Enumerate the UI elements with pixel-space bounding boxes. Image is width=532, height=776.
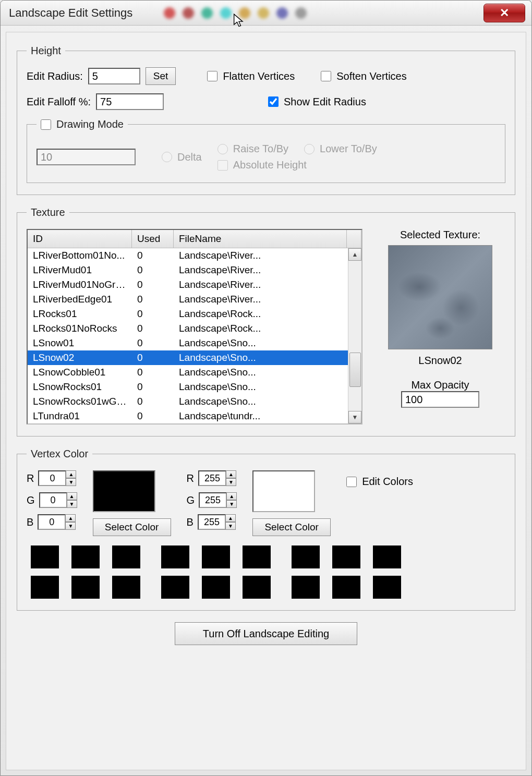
height-group: Height Edit Radius: Set Flatten Vertices…	[17, 45, 515, 195]
edit-colors-checkbox[interactable]: Edit Colors	[346, 476, 413, 488]
titlebar: Landscape Edit Settings ✕	[1, 1, 531, 26]
table-row[interactable]: LRocks010Landscape\Rock...	[28, 307, 361, 321]
color2-swatch	[252, 470, 315, 512]
table-row[interactable]: LSnowRocks01wGr...0Landscape\Sno...	[28, 394, 361, 409]
drawing-mode-checkbox-input[interactable]	[41, 119, 51, 130]
color1-g-spinner[interactable]: ▲▼	[39, 492, 77, 508]
palette-swatch[interactable]	[292, 545, 320, 568]
palette-swatch[interactable]	[373, 576, 401, 599]
edit-radius-label: Edit Radius:	[27, 70, 83, 82]
vertex-color-legend: Vertex Color	[27, 448, 92, 460]
selected-texture-label: Selected Texture:	[375, 229, 505, 241]
set-button[interactable]: Set	[146, 67, 176, 85]
table-row[interactable]: LRiverbedEdge010Landscape\River...	[28, 292, 361, 307]
table-row[interactable]: LRiverMud01NoGra...0Landscape\River...	[28, 277, 361, 292]
texture-side: Selected Texture: LSnow02 Max Opacity	[375, 229, 505, 425]
palette-swatch[interactable]	[71, 545, 100, 568]
turn-off-button[interactable]: Turn Off Landscape Editing	[175, 622, 357, 645]
col-used[interactable]: Used	[132, 230, 174, 248]
palette-swatch[interactable]	[31, 545, 59, 568]
select-color2-button[interactable]: Select Color	[252, 518, 331, 536]
palette-swatch[interactable]	[202, 576, 230, 599]
palette-swatch[interactable]	[112, 576, 140, 599]
color2-g-spinner[interactable]: ▲▼	[199, 492, 237, 508]
texture-legend: Texture	[27, 207, 69, 219]
table-row[interactable]: LSnow010Landscape\Sno...	[28, 336, 361, 350]
selected-texture-name: LSnow02	[375, 355, 505, 367]
palette-swatch[interactable]	[332, 545, 360, 568]
soften-checkbox[interactable]: Soften Vertices	[321, 70, 407, 82]
palette-swatch[interactable]	[202, 545, 230, 568]
palette-swatch[interactable]	[332, 576, 360, 599]
table-row[interactable]: LRiverBottom01No...0Landscape\River...	[28, 248, 361, 263]
lower-radio: Lower To/By	[304, 143, 377, 155]
scroll-thumb[interactable]	[349, 353, 361, 387]
select-color1-button[interactable]: Select Color	[93, 518, 171, 536]
color1-b-spinner[interactable]: ▲▼	[38, 514, 76, 530]
palette-swatch[interactable]	[71, 576, 100, 599]
texture-rows[interactable]: LRiverBottom01No...0Landscape\River...LR…	[28, 248, 361, 423]
scroll-down-icon[interactable]: ▼	[348, 411, 361, 423]
window: Landscape Edit Settings ✕ Height Edit Ra…	[0, 0, 532, 776]
falloff-label: Edit Falloff %:	[27, 96, 91, 108]
show-radius-checkbox-input[interactable]	[268, 96, 279, 107]
soften-checkbox-input[interactable]	[321, 71, 331, 81]
texture-preview	[388, 245, 492, 349]
window-title: Landscape Edit Settings	[9, 6, 132, 20]
titlebar-blur	[164, 7, 483, 19]
col-file[interactable]: FileName	[174, 230, 347, 248]
drawing-mode-checkbox[interactable]: Drawing Mode	[41, 118, 124, 130]
close-button[interactable]: ✕	[483, 4, 525, 22]
color2-column: R ▲▼ G ▲▼ B ▲▼	[187, 470, 237, 530]
vertex-color-group: Vertex Color R ▲▼ G ▲▼ B ▲▼ Select Color…	[17, 448, 515, 611]
texture-scrollbar[interactable]: ▲ ▼	[348, 248, 361, 423]
table-row[interactable]: LSnowRocks010Landscape\Sno...	[28, 380, 361, 394]
show-radius-checkbox[interactable]: Show Edit Radius	[268, 96, 366, 108]
scroll-up-icon[interactable]: ▲	[348, 248, 361, 261]
palette-row-1	[27, 545, 505, 568]
texture-group: Texture ID Used FileName LRiverBottom01N…	[17, 207, 515, 436]
palette-swatch[interactable]	[373, 545, 401, 568]
color1-swatch	[93, 470, 155, 512]
dialog-body: Height Edit Radius: Set Flatten Vertices…	[6, 32, 526, 770]
palette-row-2	[27, 576, 505, 599]
table-row[interactable]: LRiverMud010Landscape\River...	[28, 263, 361, 277]
raise-radio: Raise To/By	[217, 143, 288, 155]
drawing-mode-group: Drawing Mode Delta Raise To/By Lower To/…	[27, 118, 505, 183]
texture-list-header: ID Used FileName	[28, 230, 361, 248]
delta-radio: Delta	[162, 151, 202, 163]
close-icon: ✕	[500, 6, 509, 20]
color1-column: R ▲▼ G ▲▼ B ▲▼	[27, 470, 77, 530]
table-row[interactable]: LSnow020Landscape\Sno...	[28, 350, 361, 365]
height-legend: Height	[27, 45, 65, 57]
texture-list[interactable]: ID Used FileName LRiverBottom01No...0Lan…	[27, 229, 362, 425]
color2-b-spinner[interactable]: ▲▼	[198, 514, 236, 530]
palette-swatch[interactable]	[161, 545, 189, 568]
palette-swatch[interactable]	[243, 545, 271, 568]
table-row[interactable]: LTundra010Landscape\tundr...	[28, 409, 361, 423]
flatten-checkbox[interactable]: Flatten Vertices	[207, 70, 295, 82]
flatten-checkbox-input[interactable]	[207, 71, 217, 81]
col-id[interactable]: ID	[28, 230, 132, 248]
palette-swatch[interactable]	[112, 545, 140, 568]
drawing-value-input	[37, 149, 136, 165]
palette-swatch[interactable]	[292, 576, 320, 599]
table-row[interactable]: LSnowCobble010Landscape\Sno...	[28, 365, 361, 380]
max-opacity-label: Max Opacity	[375, 379, 505, 391]
falloff-input[interactable]	[96, 93, 164, 110]
drawing-mode-legend: Drawing Mode	[37, 118, 128, 130]
absolute-checkbox: Absolute Height	[217, 159, 377, 171]
table-row[interactable]: LRocks01NoRocks0Landscape\Rock...	[28, 321, 361, 336]
color1-r-spinner[interactable]: ▲▼	[38, 470, 76, 486]
edit-radius-input[interactable]	[88, 68, 140, 84]
color2-r-spinner[interactable]: ▲▼	[198, 470, 236, 486]
palette-swatch[interactable]	[31, 576, 59, 599]
palette-swatch[interactable]	[161, 576, 189, 599]
palette-swatch[interactable]	[243, 576, 271, 599]
max-opacity-input[interactable]	[401, 391, 479, 408]
